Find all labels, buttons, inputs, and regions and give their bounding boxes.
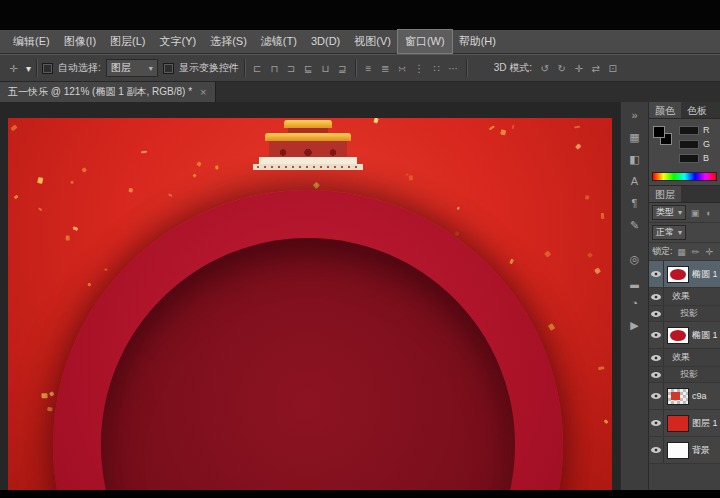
effects-row[interactable]: 效果 bbox=[649, 288, 720, 306]
confetti-piece bbox=[48, 407, 53, 412]
menu-item-filter[interactable]: 滤镜(T) bbox=[254, 30, 304, 53]
document-title: 五一快乐 @ 121% (椭圆 1 副本, RGB/8) * bbox=[8, 85, 192, 99]
workspace: »▦◧A¶✎◎▂◔▶ 颜色 色板 RGB 图层 类型 ▾ ▣◐T 正常 bbox=[0, 102, 720, 490]
foreground-color-swatch[interactable] bbox=[653, 126, 665, 138]
effects-row[interactable]: 投影 bbox=[649, 367, 720, 383]
distribute-right-icon[interactable]: ⋯ bbox=[446, 61, 461, 76]
chevron-down-icon: ▾ bbox=[26, 63, 31, 74]
menu-item-edit[interactable]: 编辑(E) bbox=[6, 30, 57, 53]
3d-scale-icon[interactable]: ⊡ bbox=[605, 61, 620, 76]
3d-rotate-icon[interactable]: ↺ bbox=[537, 61, 552, 76]
collapse-panels-icon[interactable]: » bbox=[623, 106, 647, 125]
visibility-toggle[interactable] bbox=[649, 322, 664, 348]
styles-panel-icon[interactable]: ◧ bbox=[623, 150, 647, 169]
menu-item-select[interactable]: 选择(S) bbox=[203, 30, 254, 53]
distribute-middle-icon[interactable]: ≣ bbox=[378, 61, 393, 76]
visibility-toggle[interactable] bbox=[649, 306, 664, 321]
visibility-toggle[interactable] bbox=[649, 288, 664, 305]
adjustments-panel-icon[interactable]: ▦ bbox=[623, 128, 647, 147]
color-channels: RGB bbox=[679, 125, 710, 163]
menu-item-view[interactable]: 视图(V) bbox=[347, 30, 398, 53]
foreground-background-swatches[interactable] bbox=[653, 126, 673, 146]
channel-slider-g-icon[interactable] bbox=[679, 140, 699, 149]
distribute-left-icon[interactable]: ⋮ bbox=[412, 61, 427, 76]
auto-select-checkbox[interactable] bbox=[42, 63, 53, 74]
align-left-icon[interactable]: ⊏ bbox=[250, 61, 265, 76]
3d-slide-icon[interactable]: ⇄ bbox=[588, 61, 603, 76]
menu-item-window[interactable]: 窗口(W) bbox=[398, 30, 452, 53]
visibility-toggle[interactable] bbox=[649, 261, 664, 287]
confetti-piece bbox=[41, 393, 47, 398]
canvas[interactable] bbox=[8, 118, 612, 490]
effects-row[interactable]: 效果 bbox=[649, 349, 720, 367]
menu-item-help[interactable]: 帮助(H) bbox=[452, 30, 503, 53]
character-panel-icon[interactable]: A bbox=[623, 172, 647, 191]
3d-drag-icon[interactable]: ✛ bbox=[571, 61, 586, 76]
layer-row[interactable]: 图层 1 bbox=[649, 410, 720, 437]
layer-thumbnail bbox=[667, 442, 689, 459]
channel-slider-b-icon[interactable] bbox=[679, 154, 699, 163]
show-transform-checkbox[interactable] bbox=[163, 63, 174, 74]
distribute-top-icon[interactable]: ≡ bbox=[361, 61, 376, 76]
blend-mode-dropdown[interactable]: 正常 ▾ bbox=[652, 225, 686, 240]
color-spectrum-bar[interactable] bbox=[652, 172, 717, 181]
align-middle-icon[interactable]: ⊔ bbox=[318, 61, 333, 76]
visibility-toggle[interactable] bbox=[649, 383, 664, 409]
layer-row[interactable]: 背景 bbox=[649, 437, 720, 464]
clone-source-panel-icon[interactable]: ◎ bbox=[623, 250, 647, 269]
layer-row[interactable]: 椭圆 1 副本 bbox=[649, 261, 720, 288]
blend-mode-value: 正常 bbox=[656, 226, 674, 239]
visibility-toggle[interactable] bbox=[649, 367, 664, 382]
photoshop-window: { "menu_bar": { "items": [ {"id":"edit",… bbox=[0, 0, 720, 498]
filter-pixel-layers-icon[interactable]: ▣ bbox=[689, 207, 701, 219]
effects-label: 投影 bbox=[680, 368, 698, 381]
confetti-piece bbox=[192, 173, 196, 177]
tab-layers[interactable]: 图层 bbox=[649, 186, 681, 202]
lock-position-icon[interactable]: ✛ bbox=[704, 246, 716, 258]
menu-item-layer[interactable]: 图层(L) bbox=[103, 30, 152, 53]
lock-pixels-icon[interactable]: ✏ bbox=[690, 246, 702, 258]
visibility-toggle[interactable] bbox=[649, 437, 664, 463]
layer-row[interactable]: 椭圆 1 bbox=[649, 322, 720, 349]
layer-filter-value: 类型 bbox=[656, 206, 674, 219]
filter-adjustment-layers-icon[interactable]: ◐ bbox=[703, 207, 715, 219]
align-top-icon[interactable]: ⊑ bbox=[301, 61, 316, 76]
lock-transparency-icon[interactable]: ▦ bbox=[676, 246, 688, 258]
channel-label-r: R bbox=[703, 125, 710, 135]
close-icon[interactable]: × bbox=[200, 86, 206, 98]
histogram-panel-icon[interactable]: ▂ bbox=[623, 272, 647, 291]
tab-color[interactable]: 颜色 bbox=[649, 102, 681, 118]
layer-filter-dropdown[interactable]: 类型 ▾ bbox=[652, 205, 686, 220]
align-right-icon[interactable]: ⊐ bbox=[284, 61, 299, 76]
distribute-bottom-icon[interactable]: ∺ bbox=[395, 61, 410, 76]
color-channel-b: B bbox=[679, 153, 710, 163]
tab-swatches[interactable]: 色板 bbox=[681, 102, 713, 118]
align-center-horizontal-icon[interactable]: ⊓ bbox=[267, 61, 282, 76]
eye-icon bbox=[651, 393, 661, 399]
gate-wall bbox=[269, 141, 347, 157]
menu-item-image[interactable]: 图像(I) bbox=[57, 30, 103, 53]
move-tool-preset-icon[interactable]: ✛ bbox=[6, 61, 21, 76]
paragraph-panel-icon[interactable]: ¶ bbox=[623, 194, 647, 213]
confetti-piece bbox=[544, 251, 551, 258]
effects-row[interactable]: 投影 bbox=[649, 306, 720, 322]
menu-item-3d[interactable]: 3D(D) bbox=[304, 30, 347, 53]
actions-panel-icon[interactable]: ▶ bbox=[623, 316, 647, 335]
info-panel-icon[interactable]: ◔ bbox=[623, 294, 647, 313]
layer-row[interactable]: c9a bbox=[649, 383, 720, 410]
channel-slider-r-icon[interactable] bbox=[679, 126, 699, 135]
align-bottom-icon[interactable]: ⊒ bbox=[335, 61, 350, 76]
document-tab[interactable]: 五一快乐 @ 121% (椭圆 1 副本, RGB/8) * × bbox=[0, 82, 216, 102]
confetti-piece bbox=[587, 252, 593, 258]
menu-item-type[interactable]: 文字(Y) bbox=[153, 30, 204, 53]
options-divider bbox=[244, 59, 245, 77]
distribute-center-icon[interactable]: ∷ bbox=[429, 61, 444, 76]
visibility-toggle[interactable] bbox=[649, 349, 664, 366]
eye-icon bbox=[651, 355, 661, 361]
options-divider bbox=[466, 59, 467, 77]
3d-roll-icon[interactable]: ↻ bbox=[554, 61, 569, 76]
brush-panel-icon[interactable]: ✎ bbox=[623, 216, 647, 235]
auto-select-target-dropdown[interactable]: 图层 ▾ bbox=[106, 59, 158, 77]
layer-filter-icon-group: ▣◐T bbox=[689, 207, 720, 219]
visibility-toggle[interactable] bbox=[649, 410, 664, 436]
